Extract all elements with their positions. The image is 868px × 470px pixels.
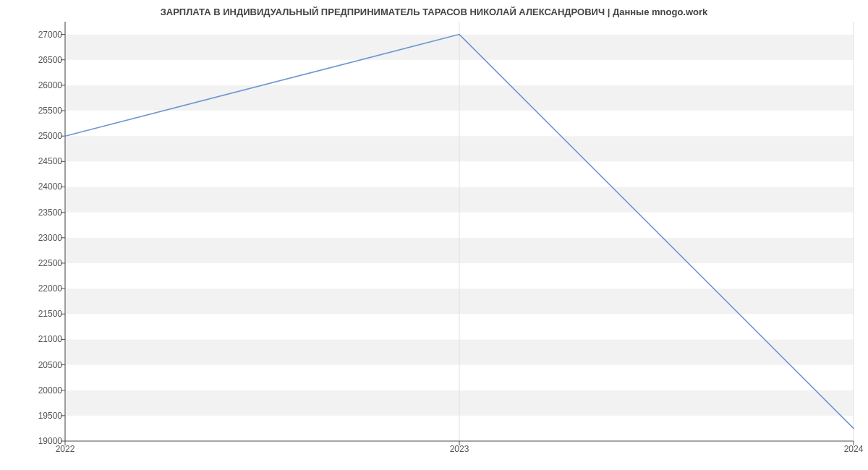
x-tick-label: 2022 bbox=[56, 444, 75, 454]
y-tick-label: 24000 bbox=[4, 181, 62, 192]
salary-line-chart: ЗАРПЛАТА В ИНДИВИДУАЛЬНЫЙ ПРЕДПРИНИМАТЕЛ… bbox=[0, 0, 868, 470]
y-tick-label: 19500 bbox=[4, 411, 62, 421]
chart-title: ЗАРПЛАТА В ИНДИВИДУАЛЬНЫЙ ПРЕДПРИНИМАТЕЛ… bbox=[0, 0, 868, 22]
y-tick-label: 26000 bbox=[4, 80, 62, 90]
y-tick-label: 19000 bbox=[4, 436, 62, 446]
y-tick-label: 20500 bbox=[4, 360, 62, 370]
x-tick-label: 2023 bbox=[450, 444, 469, 454]
chart-svg bbox=[65, 22, 854, 441]
y-tick-label: 22500 bbox=[4, 258, 62, 268]
y-tick-label: 25500 bbox=[4, 106, 62, 116]
y-tick-label: 22000 bbox=[4, 283, 62, 294]
y-tick-label: 24500 bbox=[4, 156, 62, 166]
y-tick-label: 26500 bbox=[4, 55, 62, 65]
y-tick-label: 23500 bbox=[4, 208, 62, 218]
y-tick-label: 23000 bbox=[4, 233, 62, 243]
y-tick-label: 25000 bbox=[4, 131, 62, 141]
y-tick-label: 20000 bbox=[4, 385, 62, 396]
plot-area bbox=[65, 22, 854, 441]
y-tick-label: 21500 bbox=[4, 309, 62, 319]
y-tick-label: 27000 bbox=[4, 30, 62, 40]
y-tick-label: 21000 bbox=[4, 334, 62, 344]
x-tick-label: 2024 bbox=[844, 444, 864, 454]
